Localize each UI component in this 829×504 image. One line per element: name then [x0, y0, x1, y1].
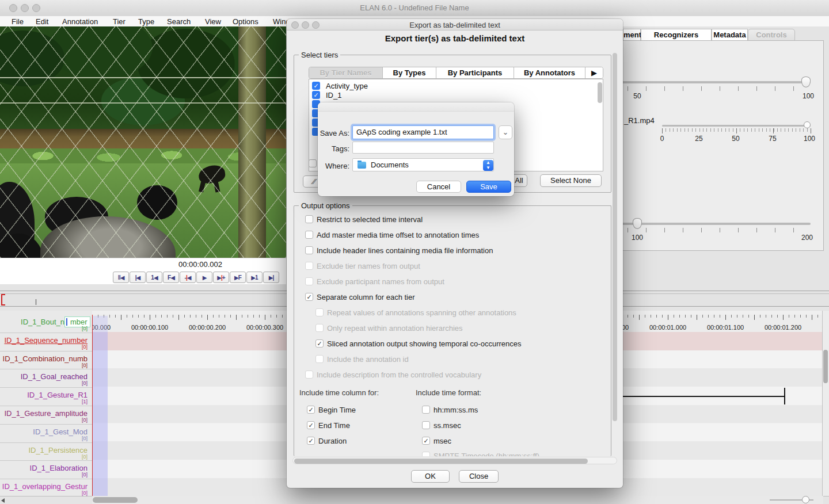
filename-input[interactable]: GApS coding example 1.txt: [352, 125, 494, 139]
tier-name[interactable]: ID_1_Persistence: [28, 446, 88, 455]
timeline-hscrollbar-thumb[interactable]: [93, 497, 138, 503]
video-player[interactable]: [0, 26, 286, 258]
play-pause-button[interactable]: ▶: [196, 272, 212, 283]
tier-name[interactable]: ID_1_Elaboration: [30, 464, 88, 472]
tier-name[interactable]: ID_1_Combination_numb: [3, 354, 88, 363]
time-format-checkbox[interactable]: [422, 406, 430, 414]
option-checkbox[interactable]: [305, 215, 313, 223]
expand-sheet-button[interactable]: ⌄: [499, 125, 512, 139]
go-to-begin-button[interactable]: ‖◀: [113, 272, 129, 283]
second-forward-button[interactable]: ▶1: [246, 272, 263, 283]
option-checkbox[interactable]: [305, 262, 313, 270]
tier-name[interactable]: ID_1_overlapping_Gestur: [2, 482, 88, 491]
second-backward-button[interactable]: 1◀: [146, 272, 162, 283]
tier-row[interactable]: ID_1_Bout_nmber[0]: [0, 315, 92, 333]
tier-row[interactable]: ID_1_Gesture_amplitude[0]: [0, 406, 92, 425]
tier-row[interactable]: ID_1_overlapping_Gestur[0]: [0, 479, 92, 498]
tier-name[interactable]: ID_1_Goal_reached: [21, 372, 88, 381]
tier-row[interactable]: ID_1_Combination_numb[0]: [0, 352, 92, 370]
hidden-option-checkbox[interactable]: [309, 159, 317, 167]
volume-slider-track[interactable]: [619, 81, 811, 83]
tier-checkbox[interactable]: ✓: [312, 91, 320, 99]
tier-name[interactable]: ID_1_Gest_Mod: [33, 427, 88, 436]
ok-button[interactable]: OK: [411, 470, 450, 483]
tier-row[interactable]: ID_1_Goal_reached[0]: [0, 369, 92, 388]
tier-name[interactable]: ID_1_Gesture_R1: [27, 391, 88, 399]
time-format-checkbox[interactable]: ✓: [422, 437, 430, 445]
option-label: Sliced annotation output showing tempora…: [327, 339, 521, 348]
timeline-vscrollbar-thumb[interactable]: [823, 350, 828, 383]
tier-list-scrollbar[interactable]: [598, 82, 602, 103]
tier-name[interactable]: ID_1_Sequence_number: [4, 336, 88, 345]
tier-list-item[interactable]: ✓ID_1: [312, 91, 600, 100]
overview-selection-bracket: [1, 294, 2, 306]
next-scrollview-button[interactable]: ▶|: [263, 272, 279, 283]
export-dialog-title: Export as tab-delimited text: [287, 21, 623, 29]
media-file-label: _R1.mp4: [624, 116, 655, 125]
option-checkbox[interactable]: ✓: [305, 293, 313, 301]
scroll-left-icon[interactable]: [1, 498, 5, 503]
previous-scrollview-button[interactable]: |◀: [130, 272, 146, 283]
dialog-vscrollbar-thumb[interactable]: [613, 53, 617, 421]
cancel-button[interactable]: Cancel: [416, 181, 461, 193]
tab-recognizers[interactable]: Recognizers: [641, 29, 712, 41]
tier-tab-by-tier-names[interactable]: By Tier Names: [309, 67, 383, 79]
tier-row[interactable]: ID_1_Gesture_R1[1]: [0, 388, 92, 406]
tier-row[interactable]: ID_1_Elaboration[0]: [0, 461, 92, 479]
menu-view[interactable]: View: [205, 17, 221, 26]
option-checkbox[interactable]: [315, 324, 324, 332]
time-column-checkbox[interactable]: ✓: [307, 437, 315, 445]
tier-tab-by-annotators[interactable]: By Annotators: [514, 67, 585, 79]
tier-tab-by-types[interactable]: By Types: [383, 67, 436, 79]
where-dropdown[interactable]: Documents ▲ ▼: [352, 158, 494, 171]
frame-backward-button[interactable]: F◀: [163, 272, 179, 283]
tier-annotation-count: [0]: [82, 436, 88, 441]
time-selection[interactable]: [92, 332, 108, 496]
tier-list-item[interactable]: ✓Activity_type: [312, 82, 600, 91]
select-none-button[interactable]: Select None: [540, 174, 602, 187]
option-checkbox[interactable]: [315, 355, 324, 363]
dialog-hscrollbar[interactable]: [292, 457, 617, 464]
menu-type[interactable]: Type: [138, 17, 154, 26]
menu-tier[interactable]: Tier: [113, 17, 126, 26]
timeline-hscrollbar[interactable]: [92, 496, 823, 504]
menu-search[interactable]: Search: [167, 17, 191, 26]
frame-forward-button[interactable]: ▶F: [230, 272, 246, 283]
zoom-slider-thumb[interactable]: [802, 496, 809, 503]
option-checkbox[interactable]: [305, 371, 313, 379]
time-column-checkbox[interactable]: ✓: [307, 421, 315, 429]
tier-tab-by-participants[interactable]: By Participants: [436, 67, 514, 79]
media-slider-thumb[interactable]: [804, 121, 811, 128]
close-button[interactable]: Close: [459, 470, 499, 483]
media-slider-track[interactable]: [662, 125, 811, 127]
time-column-checkbox[interactable]: ✓: [307, 406, 315, 414]
tier-row[interactable]: ID_1_Sequence_number[0]: [0, 333, 92, 352]
option-checkbox[interactable]: ✓: [315, 339, 324, 348]
menu-file[interactable]: File: [12, 17, 24, 26]
option-checkbox[interactable]: [305, 231, 313, 239]
tab-controls[interactable]: Controls: [748, 29, 795, 41]
tier-row[interactable]: ID_1_Persistence[0]: [0, 443, 92, 461]
rate-slider-track[interactable]: [619, 223, 811, 225]
smpte-checkbox[interactable]: [422, 452, 430, 456]
dialog-hscrollbar-thumb[interactable]: [294, 459, 588, 464]
tab-overflow-arrow-icon[interactable]: ▶: [585, 67, 603, 79]
tab-ments[interactable]: ments: [623, 29, 641, 41]
tier-name[interactable]: ID_1_Gesture_amplitude: [4, 409, 88, 418]
dialog-vscrollbar[interactable]: [612, 51, 618, 456]
tier-checkbox[interactable]: ✓: [312, 82, 320, 90]
menu-edit[interactable]: Edit: [36, 17, 48, 26]
timeline-vscrollbar[interactable]: [822, 311, 829, 496]
menu-options[interactable]: Options: [233, 17, 258, 26]
pixel-right-button[interactable]: ▶|+: [213, 272, 229, 283]
tier-row[interactable]: ID_1_Gest_Mod[0]: [0, 425, 92, 443]
pixel-left-button[interactable]: -|◀: [180, 272, 196, 283]
tab-metadata[interactable]: Metadata: [712, 29, 748, 41]
time-format-checkbox[interactable]: [422, 421, 430, 429]
save-button[interactable]: Save: [466, 181, 511, 193]
menu-annotation[interactable]: Annotation: [62, 17, 98, 26]
option-checkbox[interactable]: [305, 246, 313, 254]
option-checkbox[interactable]: [315, 308, 324, 316]
tags-input[interactable]: [352, 142, 494, 154]
option-checkbox[interactable]: [305, 277, 313, 285]
